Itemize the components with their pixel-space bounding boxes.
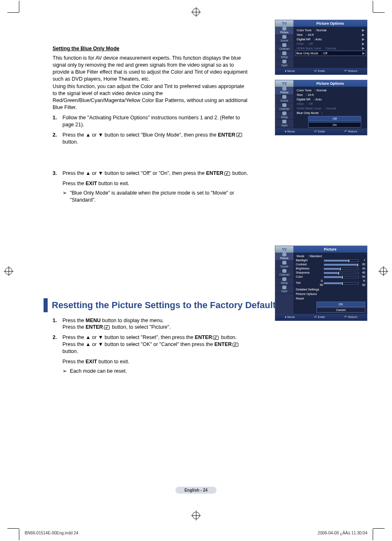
crop-mark <box>373 528 385 529</box>
step-text: Press the ▲ or ▼ button to select "Off" … <box>62 170 249 204</box>
body-text: Using this function, you can adjust the … <box>53 83 249 111</box>
enter-icon <box>104 325 110 330</box>
return-hint: ↶ Return <box>344 69 357 73</box>
osd-screenshot: TV Picture Picture Sound Channel Setup I… <box>275 246 367 321</box>
move-hint: ♦ Move <box>285 69 295 73</box>
print-date: 2008-04-08 ¿ÀÀü 11:30:04 <box>318 531 367 535</box>
registration-mark-icon <box>192 8 200 16</box>
print-info: BN68-01514E-00Eng.indd 24 2008-04-08 ¿ÀÀ… <box>25 531 367 535</box>
step-list: 1. Follow the "Activating Picture Option… <box>53 114 249 204</box>
step-text: Press the ▲ or ▼ button to select "Blue … <box>62 132 249 146</box>
crop-mark <box>19 1 19 12</box>
page-number: English - 24 <box>175 487 217 494</box>
osd-screenshot: TV Picture Options Picture Sound Channel… <box>275 20 367 75</box>
crop-mark <box>7 12 19 13</box>
note-arrow-icon: ➢ <box>62 368 70 375</box>
file-name: BN68-01514E-00Eng.indd 24 <box>25 531 78 535</box>
osd-tab-setup: Setup <box>275 51 293 60</box>
step-text: Follow the "Activating Picture Options" … <box>62 114 249 128</box>
osd-title: Picture Options <box>293 20 367 27</box>
osd-tab-picture: Picture <box>275 27 293 35</box>
osd-sidebar: Picture Sound Channel Setup Input <box>275 27 293 68</box>
crop-mark <box>373 529 373 540</box>
enter-icon <box>233 343 238 347</box>
step-list: 1. Press the MENU button to display the … <box>53 317 249 375</box>
enter-icon <box>236 133 242 137</box>
crop-mark <box>373 1 373 12</box>
crop-mark <box>19 529 19 540</box>
registration-mark-icon <box>5 267 12 275</box>
osd-footer: ♦ Move ⏎ Enter ↶ Return <box>275 68 367 74</box>
step-number: 1. <box>53 114 62 128</box>
page-footer: English - 24 <box>25 486 367 494</box>
enter-icon <box>213 336 219 340</box>
osd-tab-sound: Sound <box>275 35 293 43</box>
note-text: "Blue Only Mode" is available when the p… <box>70 190 249 204</box>
enter-hint: ⏎ Enter <box>314 69 325 73</box>
registration-mark-icon <box>380 267 387 275</box>
osd-tab-input: Input <box>275 60 293 68</box>
enter-icon <box>224 172 230 176</box>
crop-mark <box>373 12 385 13</box>
crop-mark <box>7 528 19 529</box>
step-number: 2. <box>53 132 62 146</box>
osd-tv-label: TV <box>275 20 293 27</box>
note-arrow-icon: ➢ <box>62 190 70 204</box>
step-number: 3. <box>53 170 62 204</box>
body-text: This function is for AV device measureme… <box>53 55 249 83</box>
osd-tab-channel: Channel <box>275 43 293 51</box>
osd-screenshot: TV Picture Options Picture Sound Channel… <box>275 80 367 135</box>
